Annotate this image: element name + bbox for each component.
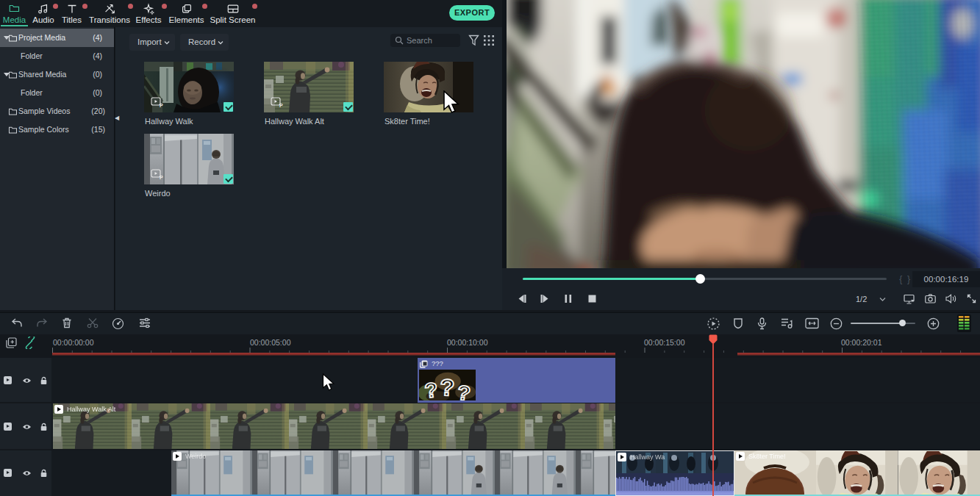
svg-text:P: P [160, 103, 163, 108]
svg-text:P: P [160, 175, 163, 180]
svg-text:P: P [279, 103, 283, 108]
